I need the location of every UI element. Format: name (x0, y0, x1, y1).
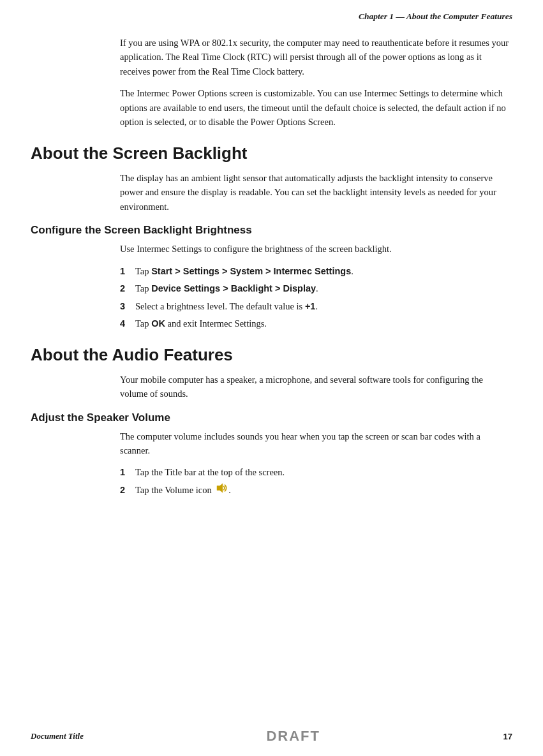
svg-marker-0 (217, 484, 223, 493)
page: Chapter 1 — About the Computer Features … (0, 0, 543, 756)
speaker-step-1: 1 Tap the Title bar at the top of the sc… (120, 465, 512, 479)
page-header: Chapter 1 — About the Computer Features (0, 0, 543, 27)
step-num-3: 3 (120, 299, 135, 313)
step-num-1: 1 (120, 264, 135, 278)
chapter-title: Chapter 1 — About the Computer Features (359, 11, 512, 21)
step-text-2: Tap Device Settings > Backlight > Displa… (135, 281, 512, 295)
footer-draft: DRAFT (266, 728, 320, 745)
intro-para-1: If you are using WPA or 802.1x security,… (120, 36, 512, 78)
configure-heading: Configure the Screen Backlight Brightnes… (31, 224, 512, 237)
step-num-2: 2 (120, 281, 135, 295)
step-text-4: Tap OK and exit Intermec Settings. (135, 316, 512, 330)
audio-heading: About the Audio Features (31, 345, 512, 365)
configure-step-2: 2 Tap Device Settings > Backlight > Disp… (120, 281, 512, 295)
page-footer: Document Title DRAFT 17 (0, 728, 543, 745)
speaker-heading: Adjust the Speaker Volume (31, 411, 512, 424)
configure-intro: Use Intermec Settings to configure the b… (120, 242, 512, 256)
step-2-bold: Device Settings > Backlight > Display (151, 283, 316, 293)
step-1-bold: Start > Settings > System > Intermec Set… (151, 266, 351, 276)
configure-steps: 1 Tap Start > Settings > System > Interm… (120, 264, 512, 331)
step-3-bold: +1 (305, 301, 316, 311)
footer-doc-title: Document Title (31, 731, 84, 741)
configure-step-1: 1 Tap Start > Settings > System > Interm… (120, 264, 512, 278)
configure-step-3: 3 Select a brightness level. The default… (120, 299, 512, 313)
speaker-step-num-1: 1 (120, 465, 135, 479)
speaker-step-text-1: Tap the Title bar at the top of the scre… (135, 465, 512, 479)
step-text-3: Select a brightness level. The default v… (135, 299, 512, 313)
step-num-4: 4 (120, 316, 135, 330)
speaker-para: The computer volume includes sounds you … (120, 429, 512, 458)
speaker-step-num-2: 2 (120, 483, 135, 497)
intro-para-2: The Intermec Power Options screen is cus… (120, 86, 512, 129)
step-4-bold: OK (151, 318, 165, 329)
volume-icon (216, 483, 228, 497)
speaker-step-text-2: Tap the Volume icon . (135, 483, 512, 498)
audio-para: Your mobile computer has a speaker, a mi… (120, 373, 512, 401)
step-text-1: Tap Start > Settings > System > Intermec… (135, 264, 512, 278)
backlight-heading: About the Screen Backlight (31, 144, 512, 163)
speaker-step-2: 2 Tap the Volume icon . (120, 483, 512, 498)
backlight-para: The display has an ambient light sensor … (120, 171, 512, 214)
main-content: If you are using WPA or 802.1x security,… (0, 27, 543, 545)
speaker-steps: 1 Tap the Title bar at the top of the sc… (120, 465, 512, 498)
footer-page-num: 17 (503, 732, 512, 741)
configure-step-4: 4 Tap OK and exit Intermec Settings. (120, 316, 512, 330)
